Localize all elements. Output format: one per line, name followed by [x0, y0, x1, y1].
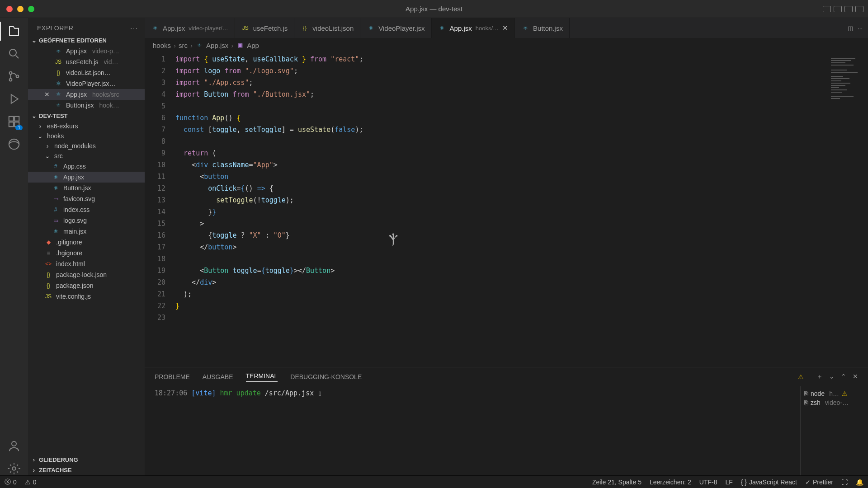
editor-tab[interactable]: {}videoList.json — [294, 18, 360, 38]
terminal-output[interactable]: 18:27:06 [vite] hmr update /src/App.jsx … — [145, 386, 800, 475]
eol[interactable]: LF — [725, 479, 732, 486]
folder-item[interactable]: ›node_modules — [28, 141, 145, 151]
toggle-sidebar-icon[interactable] — [823, 6, 831, 12]
editor-tab[interactable]: ⚛VideoPlayer.jsx — [360, 18, 431, 38]
extensions-icon[interactable]: 1 — [7, 115, 21, 128]
maximize-panel-icon[interactable]: ⌃ — [841, 373, 846, 381]
open-editor-item[interactable]: JSuseFetch.jsvid… — [28, 56, 145, 67]
react-file-icon: ⚛ — [54, 90, 62, 99]
search-icon[interactable] — [7, 47, 21, 61]
editor-tab[interactable]: ⚛App.jsxhooks/…✕ — [432, 18, 515, 38]
file-item[interactable]: ▭logo.svg — [28, 215, 145, 226]
close-tab-icon[interactable]: ✕ — [502, 24, 508, 32]
breadcrumb-item[interactable]: hooks — [153, 42, 171, 49]
feedback-icon[interactable]: ⛶ — [841, 479, 848, 486]
customize-layout-icon[interactable] — [855, 6, 863, 12]
activity-bar: 1 — [0, 18, 28, 475]
terminal-time: 18:27:06 — [155, 389, 187, 397]
prettier-status[interactable]: ✓Prettier — [805, 479, 833, 486]
file-item[interactable]: {}package-lock.json — [28, 269, 145, 280]
more-actions-icon[interactable]: ··· — [858, 25, 863, 32]
open-editor-item[interactable]: ✕⚛App.jsxhooks/src — [28, 89, 145, 100]
minimap[interactable] — [827, 52, 868, 367]
json-file-icon: {} — [44, 271, 52, 279]
open-editor-item[interactable]: ⚛Button.jsxhook… — [28, 100, 145, 111]
open-editor-item[interactable]: {}videoList.json… — [28, 67, 145, 78]
file-name: App.jsx — [66, 47, 87, 55]
file-item[interactable]: #App.css — [28, 161, 145, 172]
close-window-icon[interactable] — [6, 6, 13, 12]
account-icon[interactable] — [7, 439, 21, 453]
explorer-icon[interactable] — [7, 24, 21, 38]
debug-console-tab[interactable]: DEBUGGING-KONSOLE — [290, 373, 362, 380]
breadcrumb-item[interactable]: src — [179, 42, 188, 49]
code-content[interactable]: import { useState, useCallback } from "r… — [172, 52, 868, 367]
output-tab[interactable]: AUSGABE — [203, 373, 233, 380]
svg-point-0 — [9, 49, 16, 56]
react-file-icon: ⚛ — [367, 24, 375, 32]
file-name: Button.jsx — [66, 102, 94, 109]
new-terminal-icon[interactable]: ＋ — [816, 373, 823, 381]
editor-tab[interactable]: ⚛Button.jsx — [515, 18, 570, 38]
file-item[interactable]: ≡.hgignore — [28, 248, 145, 258]
timeline-section[interactable]: › ZEITACHSE — [28, 465, 145, 475]
folder-item[interactable]: ⌄src — [28, 151, 145, 161]
open-editors-section[interactable]: ⌄ GEÖFFNETE EDITOREN — [28, 35, 145, 46]
explorer-more-icon[interactable]: ··· — [130, 24, 138, 32]
split-editor-icon[interactable]: ◫ — [848, 25, 853, 32]
problems-tab[interactable]: PROBLEME — [155, 373, 190, 380]
toggle-panel-icon[interactable] — [834, 6, 842, 12]
breadcrumb-item[interactable]: App — [247, 42, 259, 49]
status-warnings[interactable]: ⚠0 — [25, 479, 37, 486]
close-editor-icon[interactable]: ✕ — [43, 91, 51, 98]
folder-item[interactable]: ›es6-exkurs — [28, 121, 145, 131]
breadcrumb-item[interactable]: App.jsx — [206, 42, 228, 49]
minimize-window-icon[interactable] — [17, 6, 24, 12]
code-editor[interactable]: 1234567891011121314151617181920212223 im… — [145, 52, 868, 367]
terminal-msg: hmr update — [220, 389, 261, 397]
file-item[interactable]: ◆.gitignore — [28, 237, 145, 248]
file-item[interactable]: <>index.html — [28, 258, 145, 269]
json-file-icon: {} — [301, 24, 309, 32]
html-file-icon: <> — [44, 260, 52, 268]
maximize-window-icon[interactable] — [28, 6, 34, 12]
project-section[interactable]: ⌄ DEV-TEST — [28, 111, 145, 121]
file-item[interactable]: JSvite.config.js — [28, 291, 145, 302]
edge-tools-icon[interactable] — [7, 137, 21, 151]
close-panel-icon[interactable]: ✕ — [853, 373, 858, 381]
terminal-warning-icon[interactable]: ⚠ — [798, 373, 804, 380]
terminal-process-item[interactable]: ⎘zshvideo-… — [804, 398, 864, 407]
file-item[interactable]: {}package.json — [28, 280, 145, 291]
tab-path: video-player/… — [189, 25, 228, 32]
terminal-list: ⎘nodeh…⚠⎘zshvideo-… — [800, 386, 868, 475]
scm-icon[interactable] — [7, 70, 21, 83]
file-item[interactable]: ⚛App.jsx — [28, 172, 145, 183]
toggle-secondary-icon[interactable] — [844, 6, 853, 12]
terminal-tab[interactable]: TERMINAL — [246, 372, 278, 382]
breadcrumb[interactable]: hooks›src›⚛App.jsx›▣App — [145, 38, 868, 52]
debug-icon[interactable] — [7, 92, 21, 106]
editor-tabs: ⚛App.jsxvideo-player/…JSuseFetch.js{}vid… — [145, 18, 868, 38]
open-editor-item[interactable]: ⚛VideoPlayer.jsx… — [28, 78, 145, 89]
file-item[interactable]: ⚛main.jsx — [28, 226, 145, 237]
indentation[interactable]: Leerzeichen: 2 — [650, 479, 691, 486]
status-errors[interactable]: ⓧ0 — [5, 478, 17, 486]
editor-tab[interactable]: ⚛App.jsxvideo-player/… — [145, 18, 235, 38]
titlebar: App.jsx — dev-test — [0, 0, 868, 18]
file-item[interactable]: ▭favicon.svg — [28, 193, 145, 204]
file-item[interactable]: #index.css — [28, 204, 145, 215]
terminal-dropdown-icon[interactable]: ⌄ — [829, 373, 835, 381]
open-editor-item[interactable]: ⚛App.jsxvideo-p… — [28, 46, 145, 56]
settings-gear-icon[interactable] — [7, 462, 21, 475]
chevron-down-icon: ⌄ — [31, 38, 37, 44]
editor-tab[interactable]: JSuseFetch.js — [235, 18, 295, 38]
file-item[interactable]: ⚛Button.jsx — [28, 183, 145, 193]
encoding[interactable]: UTF-8 — [699, 479, 717, 486]
cursor-position[interactable]: Zeile 21, Spalte 5 — [592, 479, 642, 486]
item-name: index.html — [56, 260, 85, 267]
notifications-icon[interactable]: 🔔 — [856, 479, 863, 486]
folder-item[interactable]: ⌄hooks — [28, 131, 145, 141]
language-mode[interactable]: { }JavaScript React — [741, 479, 797, 486]
terminal-process-item[interactable]: ⎘nodeh…⚠ — [804, 389, 864, 398]
outline-section[interactable]: › GLIEDERUNG — [28, 455, 145, 465]
